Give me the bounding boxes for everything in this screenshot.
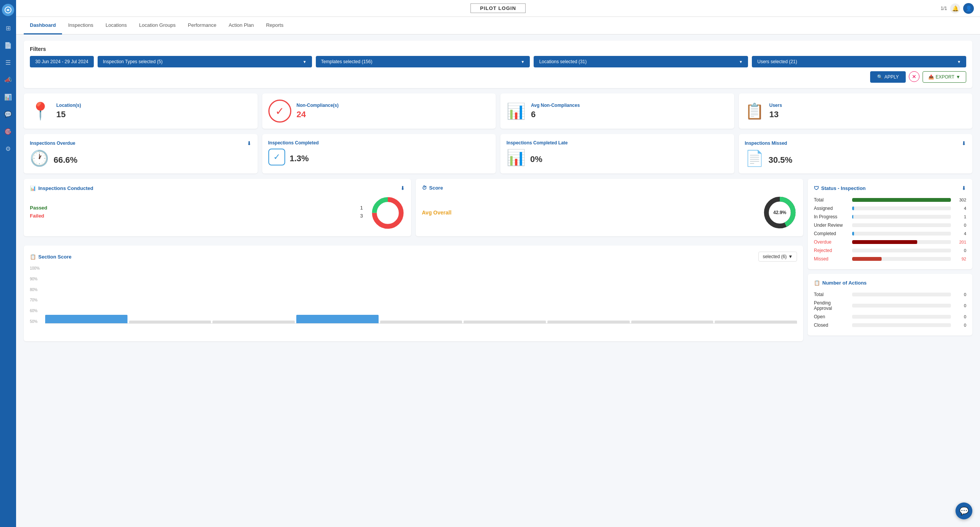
users-value: 13 — [769, 110, 782, 119]
section-score-icon: 📋 — [30, 254, 36, 260]
filters-title: Filters — [30, 46, 966, 52]
content-area: Filters 30 Jun 2024 - 29 Jul 2024 Inspec… — [16, 34, 980, 527]
bar-3 — [212, 321, 295, 323]
missed-value: 30.5% — [769, 155, 792, 165]
chevron-down-icon: ▼ — [303, 60, 307, 64]
actions-row-closed: Closed 0 — [814, 321, 966, 329]
inspection-types-filter[interactable]: Inspection Types selected (5) ▼ — [98, 56, 312, 67]
filters-actions: 🔍 APPLY ✕ 📤 EXPORT ▼ — [30, 71, 966, 83]
chevron-down-icon: ▼ — [739, 60, 743, 64]
bar-9 — [715, 321, 797, 323]
avg-overall-label: Avg Overall — [422, 209, 755, 216]
stat-card-completed: Inspections Completed ✓ 1.3% — [262, 134, 496, 173]
tab-inspections[interactable]: Inspections — [62, 17, 100, 34]
app-logo[interactable] — [2, 4, 14, 16]
chevron-down-icon: ▼ — [788, 254, 793, 259]
conducted-donut-chart — [371, 196, 405, 230]
stat-card-users: 📋 Users 13 — [739, 93, 973, 129]
download-icon[interactable]: ⬇ — [962, 140, 966, 146]
notification-bell[interactable]: 🔔 — [950, 3, 960, 13]
completed-icon: ✓ — [268, 149, 285, 165]
status-inspection-panel: 🛡 Status - Inspection ⬇ Total 302 Assign… — [808, 179, 972, 269]
tab-action-plan[interactable]: Action Plan — [222, 17, 260, 34]
sidebar-icon-chart[interactable]: 📊 — [3, 92, 13, 102]
section-filter-dropdown[interactable]: selected (6) ▼ — [758, 252, 797, 262]
users-filter[interactable]: Users selected (21) ▼ — [752, 56, 966, 67]
chevron-down-icon: ▼ — [957, 60, 961, 64]
sidebar-icon-target[interactable]: 🎯 — [3, 126, 13, 137]
filters-row: 30 Jun 2024 - 29 Jul 2024 Inspection Typ… — [30, 56, 966, 67]
locations-filter[interactable]: Locations selected (31) ▼ — [534, 56, 748, 67]
completed-late-icon: 📊 — [506, 149, 526, 167]
nav-tabs: Dashboard Inspections Locations Location… — [16, 17, 980, 34]
sidebar-icon-message[interactable]: 💬 — [3, 109, 13, 119]
download-icon[interactable]: ⬇ — [962, 185, 966, 191]
non-compliance-label: Non-Compliance(s) — [297, 103, 339, 108]
status-bar-overdue — [852, 240, 917, 244]
avg-value: 6 — [531, 110, 580, 119]
chart-bars — [45, 266, 797, 324]
export-icon: 📤 — [928, 74, 934, 80]
bottom-grid: 📊 Inspections Conducted ⬇ Passed 1 — [24, 179, 972, 341]
completed-value: 1.3% — [290, 154, 309, 164]
avg-chart-icon: 📊 — [506, 102, 526, 120]
download-icon[interactable]: ⬇ — [247, 140, 252, 146]
download-icon[interactable]: ⬇ — [400, 185, 405, 191]
status-bar-missed — [852, 257, 882, 261]
actions-row-total: Total 0 — [814, 290, 966, 299]
completed-late-value: 0% — [530, 154, 542, 164]
status-bar-in-progress — [852, 215, 853, 219]
stat-card-missed: Inspections Missed ⬇ 📄 30.5% — [739, 134, 973, 173]
topbar-right: 1/1 🔔 👤 — [941, 3, 974, 14]
inspections-conducted-panel: 📊 Inspections Conducted ⬇ Passed 1 — [24, 179, 411, 236]
search-icon: 🔍 — [877, 74, 883, 80]
non-compliance-value: 24 — [297, 110, 339, 119]
stats-row-1: 📍 Location(s) 15 ✓ Non-Compliance(s) 24 … — [24, 93, 972, 129]
completed-title: Inspections Completed — [268, 140, 319, 146]
sidebar-icon-grid[interactable]: ⊞ — [4, 23, 12, 33]
tab-location-groups[interactable]: Location Groups — [133, 17, 181, 34]
export-button[interactable]: 📤 EXPORT ▼ — [923, 71, 966, 83]
clear-filter-button[interactable]: ✕ — [909, 71, 920, 82]
stat-card-completed-late: Inspections Completed Late 📊 0% — [500, 134, 734, 173]
sidebar-icon-doc[interactable]: 📄 — [3, 40, 13, 51]
sidebar-icon-list[interactable]: ☰ — [4, 57, 12, 68]
tab-dashboard[interactable]: Dashboard — [24, 17, 62, 34]
chat-button[interactable]: 💬 — [956, 502, 972, 519]
stat-card-locations: 📍 Location(s) 15 — [24, 93, 258, 129]
section-score-title: 📋 Section Score — [30, 254, 72, 260]
date-range-filter[interactable]: 30 Jun 2024 - 29 Jul 2024 — [30, 56, 94, 67]
completed-late-title: Inspections Completed Late — [506, 140, 568, 146]
score-donut-chart: 42.9% — [763, 195, 797, 230]
status-row-overdue: Overdue 201 — [814, 238, 966, 246]
user-avatar[interactable]: 👤 — [963, 3, 974, 14]
templates-filter[interactable]: Templates selected (156) ▼ — [316, 56, 530, 67]
tab-performance[interactable]: Performance — [182, 17, 222, 34]
sidebar-icon-megaphone[interactable]: 📣 — [3, 75, 13, 85]
location-icon: 📍 — [30, 101, 51, 121]
apply-button[interactable]: 🔍 APPLY — [870, 71, 906, 83]
overdue-title: Inspections Overdue — [30, 141, 75, 146]
overdue-icon: 🕐 — [30, 149, 49, 167]
chevron-down-icon: ▼ — [956, 74, 960, 80]
avg-label: Avg Non-Compliances — [531, 103, 580, 108]
tab-locations[interactable]: Locations — [100, 17, 133, 34]
chevron-down-icon: ▼ — [521, 60, 525, 64]
locations-value: 15 — [56, 110, 81, 119]
top-two-row: 📊 Inspections Conducted ⬇ Passed 1 — [24, 179, 803, 236]
topbar: PILOT LOGIN 1/1 🔔 👤 — [16, 0, 980, 17]
status-bar-assigned — [852, 206, 854, 210]
score-panel: ⏱ Score Avg Overall — [416, 179, 803, 236]
status-row-assigned: Assigned 4 — [814, 204, 966, 213]
main-content: PILOT LOGIN 1/1 🔔 👤 Dashboard Inspection… — [16, 0, 980, 527]
status-bar-total — [852, 198, 951, 202]
status-row-under-review: Under Review 0 — [814, 221, 966, 229]
score-value: 42.9% — [773, 210, 786, 215]
status-row-completed: Completed 4 — [814, 229, 966, 238]
tab-reports[interactable]: Reports — [260, 17, 290, 34]
bar-1 — [45, 315, 127, 323]
status-panel-title: 🛡 Status - Inspection — [814, 185, 866, 191]
section-score-chart: 100% 90% 80% 70% 60% 50% — [30, 266, 797, 335]
stats-row-2: Inspections Overdue ⬇ 🕐 66.6% Inspection… — [24, 134, 972, 173]
sidebar-icon-settings[interactable]: ⚙ — [4, 144, 12, 154]
